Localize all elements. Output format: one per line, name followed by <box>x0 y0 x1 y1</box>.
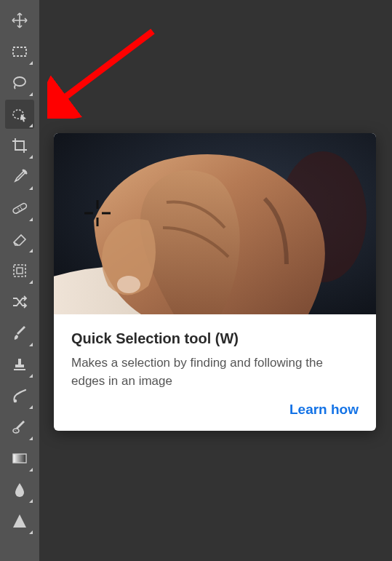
quick-selection-icon <box>11 106 28 123</box>
cookie-cutter-icon <box>11 262 28 279</box>
svg-point-6 <box>18 209 20 210</box>
flyout-indicator-icon <box>29 437 33 440</box>
gradient-tool[interactable] <box>5 444 34 473</box>
random-tool[interactable] <box>5 287 34 317</box>
lasso-icon <box>11 74 28 92</box>
tooltip-preview <box>54 133 376 314</box>
clone-stamp-tool[interactable] <box>5 350 34 379</box>
tooltip-preview-image <box>54 133 376 314</box>
svg-rect-15 <box>13 454 26 463</box>
stamp-icon <box>11 356 28 373</box>
flyout-indicator-icon <box>29 468 33 472</box>
eyedropper-tool[interactable] <box>5 162 34 191</box>
flyout-indicator-icon <box>29 186 33 190</box>
gradient-icon <box>11 450 28 467</box>
flyout-indicator-icon <box>29 155 33 159</box>
svg-point-7 <box>21 207 23 209</box>
sponge-icon <box>11 418 28 436</box>
svg-point-12 <box>13 429 19 433</box>
svg-point-13 <box>15 429 15 430</box>
eraser-tool[interactable] <box>5 225 34 254</box>
svg-rect-0 <box>13 47 26 56</box>
crop-tool[interactable] <box>5 131 34 160</box>
tooltip-title: Quick Selection tool (W) <box>71 330 359 347</box>
lasso-tool[interactable] <box>5 68 34 98</box>
shuffle-icon <box>11 293 28 311</box>
flyout-indicator-icon <box>29 124 33 127</box>
learn-how-link[interactable]: Learn how <box>289 402 359 417</box>
bandage-icon <box>11 199 28 217</box>
svg-rect-10 <box>14 369 25 370</box>
flyout-indicator-icon <box>29 530 33 534</box>
toolbar <box>0 0 39 561</box>
svg-point-1 <box>14 77 25 86</box>
blur-tool[interactable] <box>5 475 34 504</box>
svg-point-14 <box>16 431 17 431</box>
tool-tooltip: Quick Selection tool (W) Makes a selecti… <box>54 133 376 431</box>
svg-point-11 <box>14 399 17 402</box>
flyout-indicator-icon <box>29 405 33 409</box>
flyout-indicator-icon <box>29 374 33 378</box>
smudge-tool[interactable] <box>5 381 34 410</box>
rectangular-marquee-icon <box>11 43 28 60</box>
svg-point-5 <box>20 206 21 207</box>
flyout-indicator-icon <box>29 343 33 346</box>
brush-tool[interactable] <box>5 319 34 348</box>
flyout-indicator-icon <box>29 280 33 284</box>
flyout-indicator-icon <box>29 61 33 65</box>
svg-point-19 <box>117 276 140 293</box>
shape-tool[interactable] <box>5 506 34 536</box>
brush-icon <box>11 325 28 342</box>
svg-rect-9 <box>17 268 23 274</box>
tooltip-description: Makes a selection by finding and followi… <box>71 354 359 390</box>
svg-rect-3 <box>12 202 28 214</box>
eyedropper-icon <box>11 168 28 186</box>
crop-icon <box>11 137 28 154</box>
flyout-indicator-icon <box>29 92 33 96</box>
eraser-icon <box>11 231 28 248</box>
svg-rect-8 <box>14 265 25 276</box>
triangle-icon <box>11 512 28 530</box>
flyout-indicator-icon <box>29 249 33 252</box>
droplet-icon <box>11 481 28 498</box>
move-icon <box>11 12 28 29</box>
flyout-indicator-icon <box>29 499 33 503</box>
sponge-tool[interactable] <box>5 413 34 442</box>
move-tool[interactable] <box>5 6 34 35</box>
flyout-indicator-icon <box>29 218 33 221</box>
rectangular-marquee-tool[interactable] <box>5 37 34 66</box>
smudge-brush-icon <box>11 387 28 405</box>
quick-selection-tool[interactable] <box>5 100 34 129</box>
spot-healing-brush-tool[interactable] <box>5 194 34 223</box>
svg-point-4 <box>17 207 19 209</box>
cookie-cutter-tool[interactable] <box>5 256 34 285</box>
